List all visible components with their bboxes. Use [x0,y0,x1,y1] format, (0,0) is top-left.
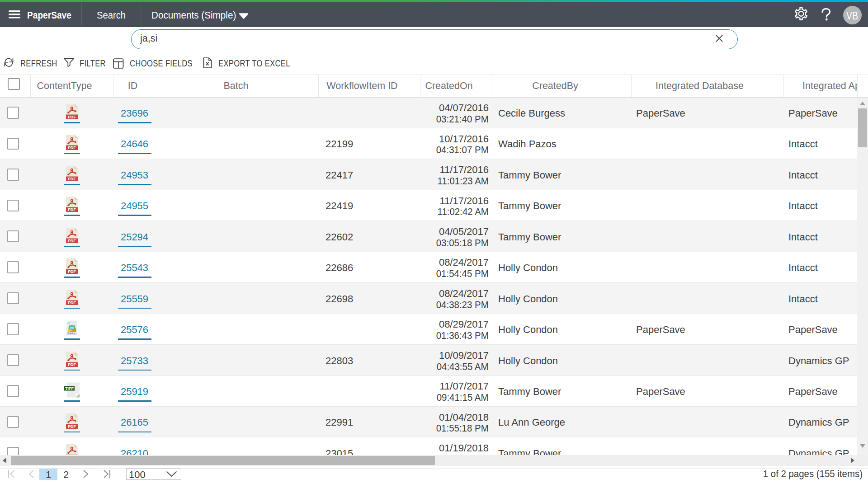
svg-text:PDF: PDF [68,424,76,429]
svg-text:PDF: PDF [68,362,76,367]
svg-text:PDF: PDF [68,300,76,305]
svg-text:PDF: PDF [68,239,76,243]
svg-text:PDF: PDF [68,115,76,119]
svg-text:PDF: PDF [68,145,76,150]
svg-text:PDF: PDF [68,269,76,274]
svg-text:PDF: PDF [68,207,76,212]
svg-text:TIFF: TIFF [65,386,74,391]
svg-text:EMAIL: EMAIL [67,332,76,335]
svg-text:PDF: PDF [68,177,76,181]
